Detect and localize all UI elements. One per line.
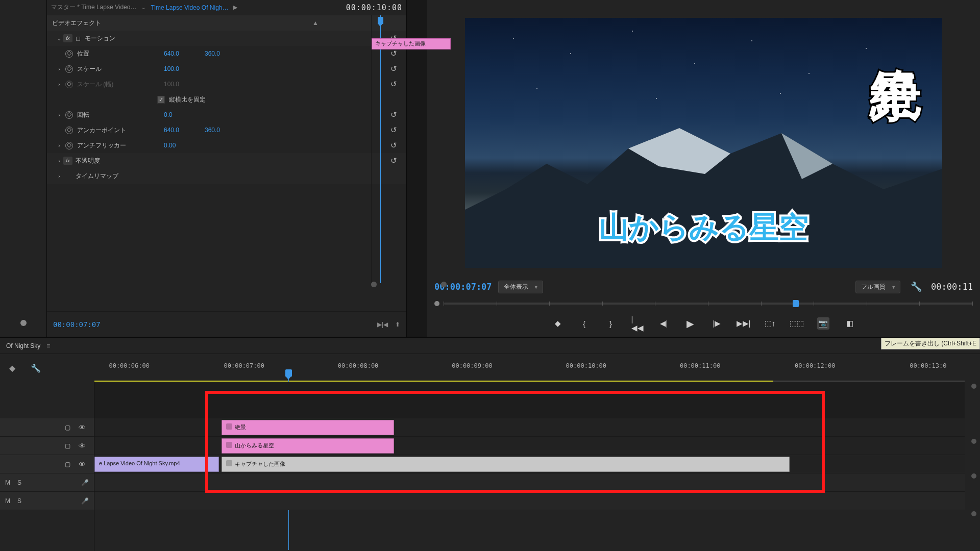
loop-icon[interactable]: ▶|◀ [377,321,388,328]
track-header-a2[interactable]: MS🎤 [0,492,94,510]
track-v3[interactable]: 絶景 [94,418,965,437]
tracks-area: ▢👁 ▢👁 ▢👁 MS🎤 MS🎤 絶景 山からみる星空 e Lapse Vide… [0,382,980,551]
scrub-start-dot[interactable] [434,301,439,306]
solo-toggle[interactable]: S [17,479,21,486]
time-ruler[interactable]: 00:00:06:0000:00:07:0000:00:08:0000:00:0… [94,354,980,382]
collapse-arrow-icon[interactable]: ▲ [312,19,320,27]
mark-in-icon[interactable]: ◆ [552,317,564,330]
lift-icon[interactable]: ⬚↑ [764,317,776,330]
mic-icon[interactable]: 🎤 [81,479,89,486]
track-header-a1[interactable]: MS🎤 [0,473,94,492]
vertical-scrollbar[interactable] [971,384,977,549]
horizontal-scrollbar[interactable] [47,282,327,287]
lock-slot-icon[interactable]: ▢ [65,442,70,449]
eye-icon[interactable]: 👁 [79,460,86,468]
clip-v3[interactable]: 絶景 [222,420,394,435]
clip-label: e Lapse Video Of Night Sky.mp4 [99,460,180,466]
sequence-tab[interactable]: Of Night Sky [6,342,40,349]
settings-dot-icon[interactable] [20,320,27,326]
step-back-icon[interactable]: ◀| [658,317,670,330]
timeline-playhead-handle[interactable] [285,369,292,377]
marker-icon[interactable]: ◆ [9,363,15,373]
tracks-body[interactable]: 絶景 山からみる星空 e Lapse Video Of Night Sky.mp… [94,382,980,551]
track-header-v3[interactable]: ▢👁 [0,418,94,437]
scrub-handle[interactable] [793,300,799,307]
export-frame-icon[interactable]: 📷 [817,317,829,330]
chevron-down-icon[interactable]: ⌄ [141,5,145,10]
header-timecode: 00:00:10:00 [346,3,402,12]
play-icon[interactable]: ▶ [684,317,697,330]
track-header-v2[interactable]: ▢👁 [0,437,94,455]
effect-controls-header: マスター * Time Lapse Video… ⌄ Time Lapse Vi… [47,0,406,15]
out-bracket-icon[interactable]: } [605,317,617,330]
program-scrubber-row [427,297,980,310]
rotation-value[interactable]: 0.0 [164,111,205,118]
twist-right-icon[interactable]: › [55,143,63,148]
twist-right-icon[interactable]: › [55,173,63,179]
in-bracket-icon[interactable]: { [578,317,591,330]
eye-icon[interactable]: 👁 [79,423,86,432]
master-breadcrumb[interactable]: マスター * Time Lapse Video… [51,3,136,12]
quality-select[interactable]: フル画質 ▼ [855,281,900,293]
clip-breadcrumb[interactable]: Time Lapse Video Of Nigh… [151,4,228,11]
mic-icon[interactable]: 🎤 [81,497,89,505]
mute-toggle[interactable]: M [5,497,10,505]
go-to-out-icon[interactable]: ▶▶| [738,317,750,330]
fx-badge-icon[interactable]: fx [63,157,72,165]
clip-v1a[interactable]: e Lapse Video Of Night Sky.mp4 [94,457,219,472]
program-monitor[interactable]: 絶景 山からみる星空 [427,0,980,277]
prop-label: 位置 [77,49,164,58]
comparison-icon[interactable]: ◧ [844,317,856,330]
fx-badge-icon[interactable]: fx [63,34,72,42]
anchor-x-value[interactable]: 640.0 [164,127,205,134]
keyframe-timeline-strip[interactable]: キャプチャした画像 [371,15,450,283]
video-effects-section[interactable]: ビデオエフェクト ▲ [47,15,406,31]
stopwatch-icon[interactable] [65,50,73,58]
track-v2[interactable]: 山からみる星空 [94,437,965,455]
transform-icon[interactable]: ◻ [76,35,81,42]
opacity-group[interactable]: › fx 不透明度 ↺ [47,153,406,168]
twist-right-icon[interactable]: › [55,66,63,72]
step-forward-icon[interactable]: |▶ [711,317,723,330]
zoom-select[interactable]: 全体表示 ▼ [498,281,543,293]
mute-toggle[interactable]: M [5,479,10,486]
scrub-track[interactable] [444,303,973,305]
stopwatch-icon[interactable] [65,142,73,149]
track-a2[interactable] [94,492,965,510]
uniform-scale-checkbox[interactable] [157,96,165,104]
time-remap-group[interactable]: › タイムリマップ [47,168,406,184]
prop-label: 不透明度 [76,157,162,165]
play-arrow-icon[interactable]: ▶ [233,4,237,11]
prop-label: 回転 [77,111,164,119]
stopwatch-icon[interactable] [65,111,73,119]
motion-group[interactable]: ⌄ fx ◻ モーション ↺ [47,31,406,46]
keyframe-clip[interactable]: キャプチャした画像 [372,38,451,49]
solo-toggle[interactable]: S [17,497,21,505]
twist-right-icon[interactable]: › [55,112,63,118]
track-a1[interactable] [94,473,965,492]
clip-v2[interactable]: 山からみる星空 [222,438,394,454]
export-icon[interactable]: ⬆ [395,321,400,328]
eye-icon[interactable]: 👁 [79,442,86,450]
wrench-icon[interactable]: 🔧 [31,363,41,373]
track-v1[interactable]: e Lapse Video Of Night Sky.mp4 キャプチャした画像 [94,455,965,473]
twist-down-icon[interactable]: ⌄ [55,36,63,41]
wrench-icon[interactable]: 🔧 [911,281,922,292]
antiflicker-value[interactable]: 0.00 [164,142,205,149]
footer-timecode[interactable]: 00:00:07:07 [53,320,101,329]
twist-right-icon[interactable]: › [55,158,63,164]
stopwatch-icon[interactable] [65,127,73,134]
clip-v1b[interactable]: キャプチャした画像 [222,457,790,472]
lock-slot-icon[interactable]: ▢ [65,424,70,431]
panel-menu-icon[interactable]: ≡ [46,342,51,349]
position-y-value[interactable]: 360.0 [205,50,246,57]
uniform-scale-row: 縦横比を固定 [47,92,406,107]
anchor-y-value[interactable]: 360.0 [205,127,246,134]
lock-slot-icon[interactable]: ▢ [65,461,70,468]
position-x-value[interactable]: 640.0 [164,50,205,57]
scale-value[interactable]: 100.0 [164,65,205,72]
stopwatch-icon[interactable] [65,65,73,73]
track-header-v1[interactable]: ▢👁 [0,455,94,473]
extract-icon[interactable]: ⬚⬚ [791,317,803,330]
go-to-in-icon[interactable]: |◀◀ [631,317,644,330]
